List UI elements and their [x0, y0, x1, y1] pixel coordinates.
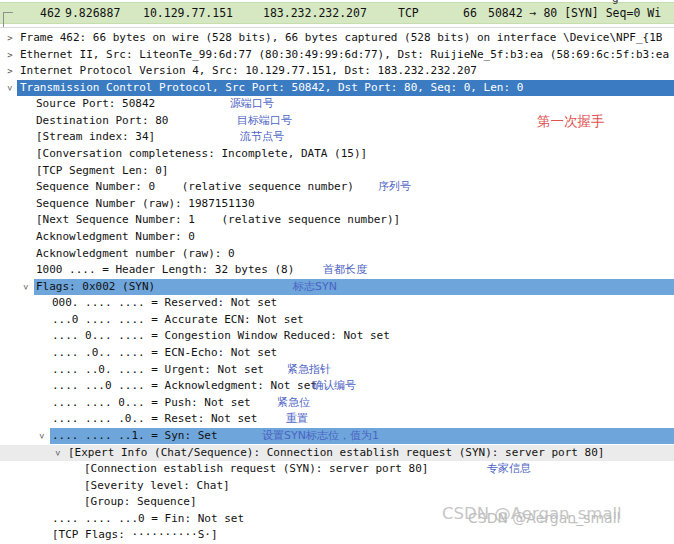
packet-detail-row[interactable]: Destination Port: 80目标端口号第一次握手 [0, 113, 674, 130]
packet-detail-row[interactable]: .... ..0. .... = Urgent: Not set紧急指针 [0, 362, 674, 379]
packet-detail-row[interactable]: [Next Sequence Number: 1 (relative seque… [0, 212, 674, 229]
field-text: Sequence Number: 0 (relative sequence nu… [36, 179, 354, 196]
field-text: .... .... ...0 = Fin: Not set [52, 511, 244, 528]
packet-details-pane: >Frame 462: 66 bytes on wire (528 bits),… [0, 0, 674, 544]
annotation-note: 标志SYN [293, 279, 337, 296]
packet-detail-row[interactable]: >.... .... ..1. = Syn: Set设置SYN标志位，值为1 [0, 428, 674, 445]
packet-detail-row[interactable]: [TCP Segment Len: 0] [0, 163, 674, 180]
field-text: Transmission Control Protocol, Src Port:… [20, 80, 523, 97]
packet-detail-row[interactable]: >Frame 462: 66 bytes on wire (528 bits),… [0, 30, 674, 47]
expand-arrow[interactable]: > [18, 283, 35, 291]
packet-detail-row[interactable]: >Flags: 0x002 (SYN)标志SYN [0, 279, 674, 296]
field-text: [TCP Segment Len: 0] [36, 163, 168, 180]
packet-detail-row[interactable]: [Connection establish request (SYN): ser… [0, 461, 674, 478]
field-text: [Severity level: Chat] [84, 478, 230, 495]
packet-detail-row[interactable]: >[Expert Info (Chat/Sequence): Connectio… [0, 445, 674, 462]
annotation-note: 设置SYN标志位，值为1 [262, 428, 379, 445]
packet-detail-row[interactable]: .... .... ...0 = Fin: Not set [0, 511, 674, 528]
field-text: [Expert Info (Chat/Sequence): Connection… [68, 445, 604, 462]
field-text: Internet Protocol Version 4, Src: 10.129… [20, 63, 477, 80]
packet-detail-row[interactable]: 1000 .... = Header Length: 32 bytes (8)首… [0, 262, 674, 279]
field-text: Flags: 0x002 (SYN) [36, 279, 155, 296]
annotation-note: 首都长度 [323, 262, 367, 279]
field-text: Acknowledgment number (raw): 0 [36, 246, 235, 263]
expand-arrow[interactable]: > [2, 84, 19, 92]
field-text: Frame 462: 66 bytes on wire (528 bits), … [20, 30, 662, 47]
annotation-note: 目标端口号 [237, 113, 292, 130]
annotation-note: 源端口号 [230, 96, 274, 113]
annotation-note: 紧急位 [277, 395, 310, 412]
packet-detail-row[interactable]: [Conversation completeness: Incomplete, … [0, 146, 674, 163]
field-text: [Next Sequence Number: 1 (relative seque… [36, 212, 400, 229]
packet-detail-row[interactable]: .... ...0 .... = Acknowledgment: Not set… [0, 378, 674, 395]
packet-detail-row[interactable]: >Internet Protocol Version 4, Src: 10.12… [0, 63, 674, 80]
packet-detail-row[interactable]: Sequence Number: 0 (relative sequence nu… [0, 179, 674, 196]
annotation-note: 流节点号 [240, 129, 284, 146]
annotation-note: 确认编号 [312, 378, 356, 395]
annotation-note: 重置 [286, 411, 308, 428]
packet-detail-row[interactable]: [TCP Flags: ··········S·] [0, 527, 674, 544]
packet-detail-row[interactable]: ...0 .... .... = Accurate ECN: Not set [0, 312, 674, 329]
field-text: 000. .... .... = Reserved: Not set [52, 295, 277, 312]
packet-detail-row[interactable]: .... .... 0... = Push: Not set紧急位 [0, 395, 674, 412]
field-text: Sequence Number (raw): 1987151130 [36, 196, 255, 213]
field-text: Destination Port: 80 [36, 113, 168, 130]
field-text: .... .0.. .... = ECN-Echo: Not set [52, 345, 277, 362]
annotation-note: 专家信息 [487, 461, 531, 478]
packet-detail-row[interactable]: .... .0.. .... = ECN-Echo: Not set [0, 345, 674, 362]
field-text: [Connection establish request (SYN): ser… [84, 461, 428, 478]
field-text: .... .... 0... = Push: Not set [52, 395, 251, 412]
packet-detail-row[interactable]: Source Port: 50842源端口号 [0, 96, 674, 113]
field-text: [TCP Flags: ··········S·] [52, 527, 218, 544]
field-text: Ethernet II, Src: LiteonTe_99:6d:77 (80:… [20, 47, 669, 64]
packet-detail-row[interactable]: [Stream index: 34]流节点号 [0, 129, 674, 146]
expand-arrow[interactable]: > [50, 449, 67, 457]
packet-detail-row[interactable]: Sequence Number (raw): 1987151130 [0, 196, 674, 213]
collapse-arrow[interactable]: > [6, 47, 14, 64]
expand-arrow[interactable]: > [34, 432, 51, 440]
field-text: Source Port: 50842 [36, 96, 155, 113]
packet-detail-row[interactable]: >Ethernet II, Src: LiteonTe_99:6d:77 (80… [0, 47, 674, 64]
annotation-note: 序列号 [378, 179, 411, 196]
field-text: 1000 .... = Header Length: 32 bytes (8) [36, 262, 294, 279]
packet-detail-row[interactable]: 000. .... .... = Reserved: Not set [0, 295, 674, 312]
packet-detail-row[interactable]: Acknowledgment number (raw): 0 [0, 246, 674, 263]
field-text: .... .... .0.. = Reset: Not set [52, 411, 257, 428]
field-text: Acknowledgment Number: 0 [36, 229, 195, 246]
field-text: [Conversation completeness: Incomplete, … [36, 146, 367, 163]
field-text: .... ..0. .... = Urgent: Not set [52, 362, 264, 379]
field-text: ...0 .... .... = Accurate ECN: Not set [52, 312, 304, 329]
packet-detail-row[interactable]: >Transmission Control Protocol, Src Port… [0, 80, 674, 97]
packet-detail-row[interactable]: .... 0... .... = Congestion Window Reduc… [0, 328, 674, 345]
packet-detail-row[interactable]: [Group: Sequence] [0, 494, 674, 511]
annotation-note-red: 第一次握手 [537, 113, 605, 130]
annotation-note: 紧急指针 [287, 362, 331, 379]
field-text: [Group: Sequence] [84, 494, 197, 511]
collapse-arrow[interactable]: > [6, 63, 14, 80]
field-text: [Stream index: 34] [36, 129, 155, 146]
field-text: .... ...0 .... = Acknowledgment: Not set [52, 378, 317, 395]
collapse-arrow[interactable]: > [6, 30, 14, 47]
packet-detail-row[interactable]: [Severity level: Chat] [0, 478, 674, 495]
packet-detail-row[interactable]: Acknowledgment Number: 0 [0, 229, 674, 246]
field-text: .... 0... .... = Congestion Window Reduc… [52, 328, 390, 345]
packet-detail-row[interactable]: .... .... .0.. = Reset: Not set重置 [0, 411, 674, 428]
field-text: .... .... ..1. = Syn: Set [52, 428, 218, 445]
